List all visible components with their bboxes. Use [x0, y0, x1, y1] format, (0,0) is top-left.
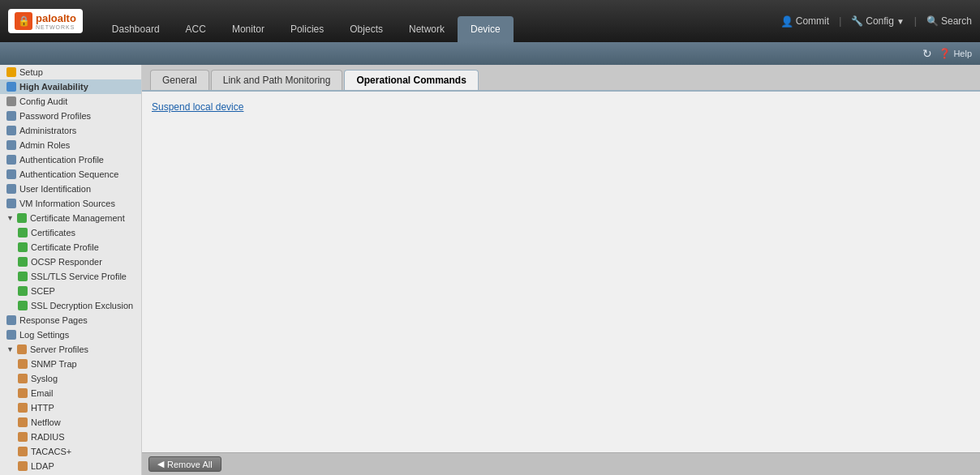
sidebar-icon — [17, 344, 27, 354]
sidebar-item-user-identification[interactable]: User Identification — [0, 182, 141, 196]
sidebar-item-log-settings[interactable]: Log Settings — [0, 327, 141, 342]
help-button[interactable]: ❓ Help — [939, 48, 972, 59]
sidebar-item-label: Config Audit — [19, 96, 67, 106]
sidebar-icon — [18, 301, 28, 310]
sidebar-icon — [18, 388, 28, 398]
commit-button[interactable]: 👤 Commit — [780, 15, 829, 28]
sidebar-item-http[interactable]: HTTP — [0, 400, 141, 415]
nav-tab-objects[interactable]: Objects — [337, 16, 396, 42]
sidebar-item-tacacs-[interactable]: TACACS+ — [0, 444, 141, 459]
remove-all-button[interactable]: ◀ Remove All — [148, 456, 221, 472]
sidebar-icon — [18, 242, 28, 252]
sidebar-item-label: SSL/TLS Service Profile — [31, 272, 127, 281]
expand-icon: ▼ — [6, 345, 14, 353]
nav-tab-network[interactable]: Network — [396, 16, 458, 42]
expand-icon: ▼ — [6, 214, 14, 222]
sidebar-item-high-availability[interactable]: High Availability — [0, 79, 141, 94]
sidebar-item-label: Admin Roles — [19, 140, 70, 150]
sidebar-item-label: Server Profiles — [30, 344, 88, 354]
sidebar-item-ssl-decryption-exclusion[interactable]: SSL Decryption Exclusion — [0, 298, 141, 313]
sidebar-icon — [6, 330, 16, 340]
nav-tab-policies[interactable]: Policies — [277, 16, 337, 42]
sidebar: SetupHigh AvailabilityConfig AuditPasswo… — [0, 65, 142, 475]
sidebar-item-certificate-management[interactable]: ▼Certificate Management — [0, 211, 141, 225]
sidebar-item-label: Certificate Management — [30, 213, 125, 223]
help-label: Help — [953, 49, 972, 58]
sidebar-item-label: RADIUS — [31, 432, 65, 442]
sidebar-item-server-profiles[interactable]: ▼Server Profiles — [0, 342, 141, 357]
suspend-local-device-link[interactable]: Suspend local device — [152, 101, 243, 113]
refresh-button[interactable]: ↻ — [922, 47, 932, 60]
sidebar-icon — [6, 155, 16, 165]
sidebar-item-label: Log Settings — [19, 330, 69, 340]
sidebar-item-label: Password Profiles — [19, 111, 91, 121]
sidebar-item-password-profiles[interactable]: Password Profiles — [0, 109, 141, 123]
config-icon: 🔧 — [851, 15, 863, 27]
sidebar-item-label: Authentication Profile — [19, 155, 104, 165]
sidebar-item-admin-roles[interactable]: Admin Roles — [0, 138, 141, 152]
tab-bar: GeneralLink and Path MonitoringOperation… — [142, 65, 980, 92]
sidebar-item-label: Syslog — [31, 374, 58, 383]
sidebar-icon — [6, 82, 16, 92]
nav-tab-acc[interactable]: ACC — [173, 16, 219, 42]
sidebar-item-vm-information-sources[interactable]: VM Information Sources — [0, 196, 141, 211]
sidebar-item-label: HTTP — [31, 403, 54, 413]
logo-box: 🔒 paloalto NETWORKS — [8, 9, 83, 33]
content-tab-general[interactable]: General — [150, 70, 209, 90]
content-tab-link-and-path-monitoring[interactable]: Link and Path Monitoring — [211, 70, 343, 90]
sidebar-item-administrators[interactable]: Administrators — [0, 123, 141, 138]
sidebar-item-label: SSL Decryption Exclusion — [31, 301, 133, 310]
sidebar-item-label: LDAP — [31, 461, 54, 471]
config-label: Config — [866, 15, 894, 27]
sidebar-item-email[interactable]: Email — [0, 386, 141, 400]
sidebar-icon — [18, 359, 28, 369]
content-tab-operational-commands[interactable]: Operational Commands — [344, 70, 478, 90]
sidebar-item-label: User Identification — [19, 184, 91, 194]
sidebar-item-radius[interactable]: RADIUS — [0, 430, 141, 444]
config-dropdown[interactable]: 🔧 Config ▼ — [851, 15, 905, 27]
sidebar-item-certificates[interactable]: Certificates — [0, 225, 141, 240]
sidebar-item-authentication-profile[interactable]: Authentication Profile — [0, 152, 141, 167]
sidebar-item-certificate-profile[interactable]: Certificate Profile — [0, 240, 141, 255]
sidebar-item-label: Response Pages — [19, 315, 88, 325]
sidebar-icon — [6, 169, 16, 179]
sidebar-item-scep[interactable]: SCEP — [0, 284, 141, 298]
nav-tab-monitor[interactable]: Monitor — [219, 16, 277, 42]
sidebar-icon — [6, 184, 16, 194]
sidebar-icon — [18, 447, 28, 456]
sidebar-item-authentication-sequence[interactable]: Authentication Sequence — [0, 167, 141, 182]
sidebar-icon — [6, 140, 16, 150]
sidebar-item-ldap[interactable]: LDAP — [0, 459, 141, 473]
sidebar-item-ocsp-responder[interactable]: OCSP Responder — [0, 255, 141, 269]
nav-tab-device[interactable]: Device — [458, 16, 514, 42]
sidebar-item-ssl-tls-service-profile[interactable]: SSL/TLS Service Profile — [0, 269, 141, 284]
bottom-bar: ◀ Remove All — [142, 452, 980, 475]
sidebar-item-config-audit[interactable]: Config Audit — [0, 94, 141, 109]
sidebar-item-label: High Availability — [19, 82, 88, 92]
top-actions: 👤 Commit | 🔧 Config ▼ | 🔍 Search — [780, 15, 972, 28]
commit-label: Commit — [796, 15, 829, 27]
nav-tabs: DashboardACCMonitorPoliciesObjectsNetwor… — [99, 0, 780, 42]
sidebar-icon — [18, 286, 28, 296]
sidebar-item-syslog[interactable]: Syslog — [0, 371, 141, 386]
sidebar-icon — [18, 432, 28, 442]
search-button[interactable]: 🔍 Search — [926, 15, 972, 27]
refresh-icon: ↻ — [922, 47, 932, 60]
sidebar-item-netflow[interactable]: Netflow — [0, 415, 141, 430]
nav-tab-dashboard[interactable]: Dashboard — [99, 16, 173, 42]
sidebar-item-snmp-trap[interactable]: SNMP Trap — [0, 357, 141, 371]
remove-all-icon: ◀ — [157, 459, 164, 469]
sidebar-icon — [18, 461, 28, 471]
brand-name: paloalto — [36, 12, 76, 24]
sidebar-item-label: Email — [31, 388, 54, 398]
sidebar-icon — [6, 111, 16, 121]
sidebar-item-setup[interactable]: Setup — [0, 65, 141, 79]
sidebar-item-label: TACACS+ — [31, 447, 71, 456]
second-bar: ↻ ❓ Help — [0, 42, 980, 65]
sidebar-icon — [17, 213, 27, 223]
sidebar-item-response-pages[interactable]: Response Pages — [0, 313, 141, 327]
sidebar-item-label: Setup — [19, 67, 43, 77]
content-area: GeneralLink and Path MonitoringOperation… — [142, 65, 980, 475]
sidebar-item-label: Authentication Sequence — [19, 169, 118, 179]
main-layout: SetupHigh AvailabilityConfig AuditPasswo… — [0, 65, 980, 475]
